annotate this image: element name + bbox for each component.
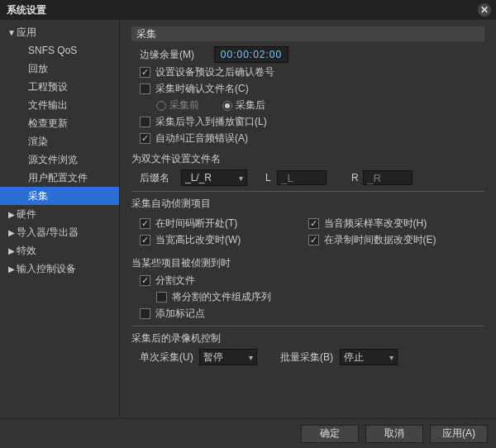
L-label: L [265, 172, 277, 183]
triangle-right-icon[interactable]: ▶ [7, 246, 17, 255]
sidebar-item-label: 文件输出 [28, 98, 68, 112]
sidebar-item-label: 用户配置文件 [28, 171, 88, 185]
group-checkbox[interactable] [156, 292, 167, 303]
sidebar-item-label: 应用 [17, 26, 36, 40]
group-label-text: 将分割的文件组成序列 [172, 290, 271, 304]
sidebar-group-硬件[interactable]: ▶硬件 [0, 205, 119, 223]
sidebar: ▼应用SNFS QoS回放工程预设文件输出检查更新渲染源文件浏览用户配置文件采集… [0, 20, 120, 418]
split-label: 分割文件 [155, 274, 195, 288]
autodetect-timecode-checkbox[interactable] [140, 218, 150, 229]
sidebar-item-label: 回放 [28, 62, 48, 76]
confirm-filename-checkbox[interactable] [140, 83, 150, 94]
sidebar-group-特效[interactable]: ▶特效 [0, 241, 119, 260]
dualfile-title: 为双文件设置文件名 [131, 152, 484, 166]
split-checkbox[interactable] [140, 275, 150, 286]
autodetect-rectime-label: 在录制时间数据改变时(E) [324, 233, 436, 247]
titlebar: 系统设置 ✕ [0, 0, 496, 20]
sidebar-item-文件输出[interactable]: 文件输出 [0, 96, 119, 114]
triangle-down-icon[interactable]: ▼ [7, 28, 17, 37]
sidebar-item-渲染[interactable]: 渲染 [0, 132, 119, 150]
sidebar-item-label: 输入控制设备 [17, 262, 76, 276]
sidebar-item-源文件浏览[interactable]: 源文件浏览 [0, 150, 119, 169]
ondetect-title: 当某些项目被侦测到时 [131, 256, 484, 270]
sidebar-item-label: 采集 [28, 189, 48, 203]
recorderctrl-title: 采集后的录像机控制 [131, 331, 484, 346]
autodetect-rectime-checkbox[interactable] [308, 235, 319, 245]
addmarker-label: 添加标记点 [155, 307, 205, 321]
margin-label: 边缘余量(M) [140, 48, 214, 62]
autodetect-aspect-label: 当宽高比改变时(W) [155, 233, 241, 247]
sidebar-item-label: 工程预设 [28, 80, 68, 94]
triangle-right-icon[interactable]: ▶ [7, 210, 17, 219]
confirm-reel-checkbox[interactable] [140, 67, 150, 78]
confirm-filename-label: 采集时确认文件名(C) [155, 82, 249, 96]
timing-after-label: 采集后 [236, 98, 265, 112]
R-label: R [351, 172, 363, 183]
timing-before-radio[interactable] [156, 101, 166, 111]
sidebar-group-导入器/导出器[interactable]: ▶导入器/导出器 [0, 223, 119, 241]
batch-capture-label: 批量采集(B) [280, 350, 340, 365]
footer: 确定 取消 应用(A) [0, 418, 496, 448]
close-icon[interactable]: ✕ [478, 3, 491, 17]
L-input[interactable] [277, 170, 327, 185]
sidebar-item-用户配置文件[interactable]: 用户配置文件 [0, 169, 119, 187]
fix-audio-label: 自动纠正音频错误(A) [155, 131, 248, 145]
sidebar-item-采集[interactable]: 采集 [0, 187, 119, 205]
ok-button[interactable]: 确定 [301, 425, 359, 443]
margin-timecode[interactable]: 00:00:02:00 [214, 46, 289, 63]
import-to-player-label: 采集后导入到播放窗口(L) [155, 115, 267, 129]
addmarker-checkbox[interactable] [140, 308, 150, 319]
sidebar-group-输入控制设备[interactable]: ▶输入控制设备 [0, 260, 119, 278]
autodetect-timecode-label: 在时间码断开处(T) [155, 217, 237, 231]
timing-after-radio[interactable] [222, 101, 232, 111]
sidebar-item-label: SNFS QoS [28, 45, 77, 56]
sidebar-item-label: 源文件浏览 [28, 153, 78, 167]
sidebar-group-应用[interactable]: ▼应用 [0, 23, 119, 41]
panel-title: 采集 [131, 26, 484, 41]
window-title: 系统设置 [7, 3, 46, 17]
suffix-dropdown[interactable]: _L/_R▾ [181, 169, 247, 186]
sidebar-item-回放[interactable]: 回放 [0, 60, 119, 78]
sidebar-item-工程预设[interactable]: 工程预设 [0, 78, 119, 96]
import-to-player-checkbox[interactable] [140, 117, 150, 127]
main-panel: 采集 边缘余量(M) 00:00:02:00 设置设备预设之后确认卷号 采集时确… [120, 20, 496, 418]
confirm-reel-label: 设置设备预设之后确认卷号 [155, 65, 274, 79]
sidebar-item-检查更新[interactable]: 检查更新 [0, 114, 119, 132]
suffix-label: 后缀名 [140, 171, 181, 185]
triangle-right-icon[interactable]: ▶ [7, 265, 17, 274]
single-capture-dropdown[interactable]: 暂停▾ [199, 349, 257, 365]
sidebar-item-label: 硬件 [17, 207, 36, 222]
sidebar-item-label: 特效 [17, 244, 36, 258]
R-input[interactable] [363, 170, 413, 185]
autodetect-samplerate-checkbox[interactable] [308, 218, 319, 229]
fix-audio-checkbox[interactable] [140, 133, 150, 144]
timing-before-label: 采集前 [169, 98, 199, 112]
single-capture-label: 单次采集(U) [140, 350, 199, 365]
batch-capture-dropdown[interactable]: 停止▾ [340, 349, 398, 365]
sidebar-item-label: 渲染 [28, 135, 48, 149]
cancel-button[interactable]: 取消 [365, 425, 423, 443]
apply-button[interactable]: 应用(A) [430, 425, 488, 443]
sidebar-item-label: 导入器/导出器 [17, 226, 79, 240]
sidebar-item-SNFS QoS[interactable]: SNFS QoS [0, 41, 119, 60]
triangle-right-icon[interactable]: ▶ [7, 228, 17, 237]
autodetect-title: 采集自动侦测项目 [131, 197, 484, 211]
autodetect-aspect-checkbox[interactable] [140, 235, 150, 245]
sidebar-item-label: 检查更新 [28, 117, 68, 131]
autodetect-samplerate-label: 当音频采样率改变时(H) [324, 217, 427, 231]
